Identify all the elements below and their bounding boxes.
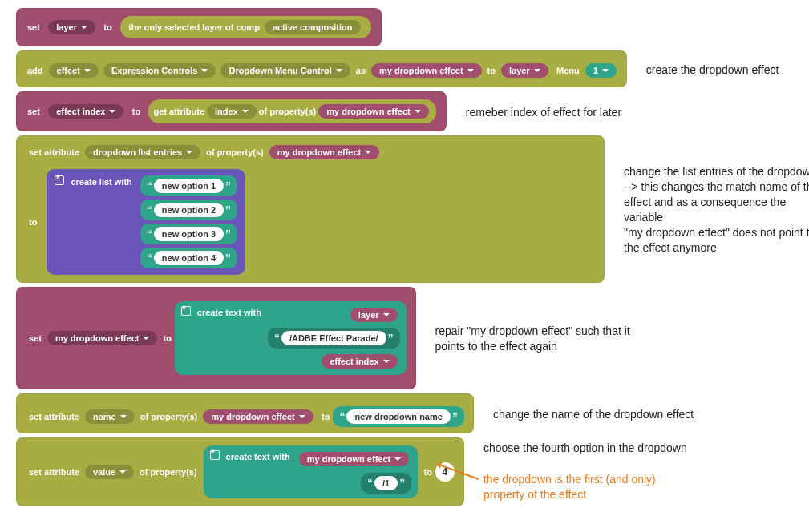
layer-target-pill[interactable]: layer: [501, 63, 548, 78]
mydd-pill[interactable]: my dropdown effect: [371, 63, 482, 78]
slash1-text[interactable]: “/1”: [361, 473, 411, 494]
mydd-prop-pill[interactable]: my dropdown effect: [269, 145, 380, 159]
to-label: to: [103, 22, 111, 32]
create-list-label: create list with: [71, 177, 131, 187]
layer-dropdown[interactable]: layer: [48, 20, 95, 34]
annotation-create-dropdown: create the dropdown effect: [646, 59, 779, 81]
index-dropdown[interactable]: index: [207, 104, 257, 119]
of-prop-label: of property(s): [140, 412, 198, 421]
gear-icon[interactable]: [55, 175, 64, 185]
menu-label: Menu: [556, 66, 580, 75]
active-comp-pill[interactable]: active composition: [265, 20, 361, 34]
menu-index-dropdown[interactable]: 1: [585, 63, 617, 78]
effect-index-dropdown[interactable]: effect index: [48, 104, 123, 119]
selected-layer-pill[interactable]: the only selected layer of comp active c…: [120, 16, 370, 38]
create-text-label: create text with: [197, 308, 261, 317]
mydd-dropdown[interactable]: my dropdown effect: [47, 331, 158, 345]
set-label: set: [27, 107, 40, 116]
add-label: add: [27, 66, 43, 75]
create-list-block[interactable]: create list with “new option 1” “new opt…: [47, 169, 245, 275]
annotation-remember-index: remeber index of effect for later: [466, 102, 621, 123]
set-label: set: [27, 22, 40, 32]
new-name-text[interactable]: “new dropdown name”: [333, 406, 463, 427]
option-1[interactable]: “new option 1”: [140, 175, 237, 196]
as-label: as: [356, 66, 366, 75]
path-text[interactable]: “/ADBE Effect Parade/”: [268, 328, 400, 349]
set-attribute-label: set attribute: [29, 147, 79, 157]
block-set-name[interactable]: set attribute name of property(s) my dro…: [16, 393, 474, 433]
block-set-layer[interactable]: set layer to the only selected layer of …: [16, 8, 382, 46]
ddmenu-control-dropdown[interactable]: Dropdown Menu Control: [220, 63, 350, 78]
gear-icon[interactable]: [181, 306, 191, 316]
effect-index-pill[interactable]: effect index: [322, 354, 397, 369]
set-attribute-label: set attribute: [29, 467, 79, 477]
annotation-choose-fourth: choose the fourth option in the dropdown: [483, 437, 687, 459]
of-prop-label: of property(s): [206, 147, 264, 157]
annotation-change-entries: change the list entries of the dropdown …: [624, 161, 809, 258]
option-2[interactable]: “new option 2”: [140, 200, 237, 220]
to-label: to: [163, 333, 171, 343]
option-4[interactable]: “new option 4”: [140, 248, 237, 268]
block-set-effect-index[interactable]: set effect index to get attribute index …: [16, 91, 447, 131]
set-label: set: [29, 333, 42, 343]
expression-controls-dropdown[interactable]: Expression Controls: [103, 63, 216, 78]
to-label: to: [424, 467, 432, 477]
of-prop-label: of property(s): [140, 467, 197, 477]
to-label: to: [29, 217, 37, 227]
option-3[interactable]: “new option 3”: [140, 224, 237, 244]
mydd-pill[interactable]: my dropdown effect: [299, 452, 410, 466]
create-text-block[interactable]: create text with layer “/ADBE Effect Par…: [175, 301, 407, 375]
dd-entries-dropdown[interactable]: dropdown list entries: [85, 145, 200, 159]
effect-dropdown[interactable]: effect: [49, 63, 99, 78]
get-attribute-pill[interactable]: get attribute index of property(s) my dr…: [148, 99, 435, 123]
to-label: to: [487, 66, 496, 75]
canvas: set layer to the only selected layer of …: [16, 8, 809, 508]
create-text-block[interactable]: create text with my dropdown effect “/1”: [204, 445, 419, 498]
block-set-dd-entries[interactable]: set attribute dropdown list entries of p…: [16, 135, 605, 283]
name-dropdown[interactable]: name: [85, 409, 135, 424]
block-add-effect[interactable]: add effect Expression Controls Dropdown …: [16, 50, 627, 87]
annotation-change-name: change the name of the dropdown effect: [493, 404, 694, 425]
mydd-prop-pill[interactable]: my dropdown effect: [318, 104, 429, 119]
gear-icon[interactable]: [210, 450, 220, 460]
annotation-first-property: the dropdown is the first (and only) pro…: [483, 469, 687, 506]
block-set-mydd[interactable]: set my dropdown effect to create text wi…: [16, 287, 416, 389]
layer-pill[interactable]: layer: [350, 308, 398, 322]
create-text-label: create text with: [226, 452, 290, 461]
annotation-repair: repair "my dropdown effect" such that it…: [435, 320, 630, 357]
to-label: to: [322, 412, 330, 421]
block-set-value[interactable]: set attribute value of property(s) creat…: [16, 437, 464, 506]
set-attribute-label: set attribute: [29, 412, 79, 421]
value-dropdown[interactable]: value: [85, 465, 134, 479]
to-label: to: [132, 107, 140, 116]
mydd-prop-pill[interactable]: my dropdown effect: [203, 409, 313, 424]
